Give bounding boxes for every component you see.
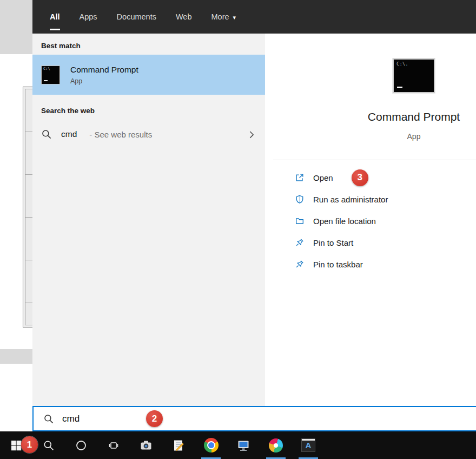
taskbar-camera-app[interactable] bbox=[130, 431, 162, 459]
tab-documents[interactable]: Documents bbox=[117, 0, 156, 34]
chrome-icon bbox=[204, 438, 219, 453]
search-web-header: Search the web bbox=[32, 95, 265, 120]
tab-all[interactable]: All bbox=[50, 0, 60, 34]
preview-title: Command Prompt bbox=[368, 109, 460, 124]
action-label: Open bbox=[313, 173, 333, 182]
task-view-icon bbox=[108, 440, 120, 451]
web-query-text: cmd bbox=[61, 129, 77, 139]
best-match-result-command-prompt[interactable]: Command Prompt App bbox=[32, 55, 265, 95]
shield-icon bbox=[295, 194, 305, 204]
result-title: Command Prompt bbox=[70, 65, 138, 75]
action-label: Open file location bbox=[313, 217, 376, 226]
action-label: Pin to Start bbox=[313, 238, 353, 247]
colorful-pinwheel-icon bbox=[269, 438, 283, 453]
preview-panel: Command Prompt App Open 3 Run as adminis… bbox=[265, 34, 476, 406]
preview-actions: Open 3 Run as administrator Open file lo… bbox=[273, 160, 476, 275]
taskbar-cortana-button[interactable] bbox=[65, 431, 97, 459]
search-icon bbox=[43, 414, 54, 424]
taskbar-computer-app[interactable] bbox=[227, 431, 260, 459]
action-open[interactable]: Open 3 bbox=[295, 167, 476, 188]
action-open-file-location[interactable]: Open file location bbox=[295, 210, 476, 232]
background-window-fragment bbox=[0, 0, 32, 54]
action-pin-to-taskbar[interactable]: Pin to taskbar bbox=[295, 253, 476, 275]
pin-icon bbox=[295, 238, 305, 247]
computer-monitor-icon bbox=[237, 439, 250, 452]
annotation-step-2: 2 bbox=[146, 410, 163, 427]
taskbar-task-view-button[interactable] bbox=[97, 431, 130, 459]
cortana-circle-icon bbox=[75, 440, 87, 451]
letter-a-glyph: A bbox=[306, 441, 312, 450]
folder-icon bbox=[295, 216, 305, 226]
action-label: Pin to taskbar bbox=[313, 260, 363, 269]
annotation-step-1: 1 bbox=[21, 436, 38, 453]
search-filter-tabs: All Apps Documents Web More bbox=[32, 0, 476, 34]
windows-search-screen: { "tabs": { "items": [ { "label": "All",… bbox=[0, 0, 476, 459]
taskbar-notepad-app[interactable] bbox=[162, 431, 195, 459]
notepad-icon bbox=[172, 439, 185, 452]
command-prompt-icon-large bbox=[393, 58, 435, 93]
open-icon bbox=[295, 173, 305, 182]
web-suffix-text: - See web results bbox=[89, 130, 152, 139]
action-label: Run as administrator bbox=[313, 195, 388, 204]
preview-subtitle: App bbox=[407, 132, 421, 141]
search-icon bbox=[41, 129, 52, 140]
camera-icon bbox=[140, 439, 153, 452]
taskbar-a-app[interactable]: A bbox=[292, 431, 325, 459]
action-run-as-administrator[interactable]: Run as administrator bbox=[295, 188, 476, 210]
taskbar: A bbox=[0, 431, 476, 459]
chevron-down-icon bbox=[229, 12, 236, 21]
letter-a-app-icon: A bbox=[301, 438, 315, 452]
background-window-fragment bbox=[0, 349, 32, 364]
search-input-bar: 2 bbox=[32, 406, 476, 431]
annotation-step-3: 3 bbox=[352, 169, 368, 186]
tab-more[interactable]: More bbox=[211, 0, 236, 34]
best-match-header: Best match bbox=[32, 34, 265, 55]
search-flyout: All Apps Documents Web More Best match C… bbox=[32, 0, 476, 431]
taskbar-chrome-app[interactable] bbox=[195, 431, 227, 459]
windows-logo-icon bbox=[10, 440, 22, 451]
tab-web[interactable]: Web bbox=[176, 0, 192, 34]
tab-apps[interactable]: Apps bbox=[80, 0, 97, 34]
search-input[interactable] bbox=[62, 414, 127, 424]
search-results-panel: Best match Command Prompt App Search the… bbox=[32, 34, 265, 406]
command-prompt-icon bbox=[41, 65, 60, 84]
action-pin-to-start[interactable]: Pin to Start bbox=[295, 232, 476, 253]
search-icon bbox=[43, 440, 55, 451]
web-search-result[interactable]: cmd - See web results bbox=[32, 120, 265, 149]
chevron-right-icon[interactable] bbox=[247, 129, 256, 139]
result-subtitle: App bbox=[70, 77, 138, 85]
pin-icon bbox=[295, 259, 305, 269]
tab-more-label: More bbox=[211, 12, 229, 21]
taskbar-colorful-app[interactable] bbox=[260, 431, 292, 459]
